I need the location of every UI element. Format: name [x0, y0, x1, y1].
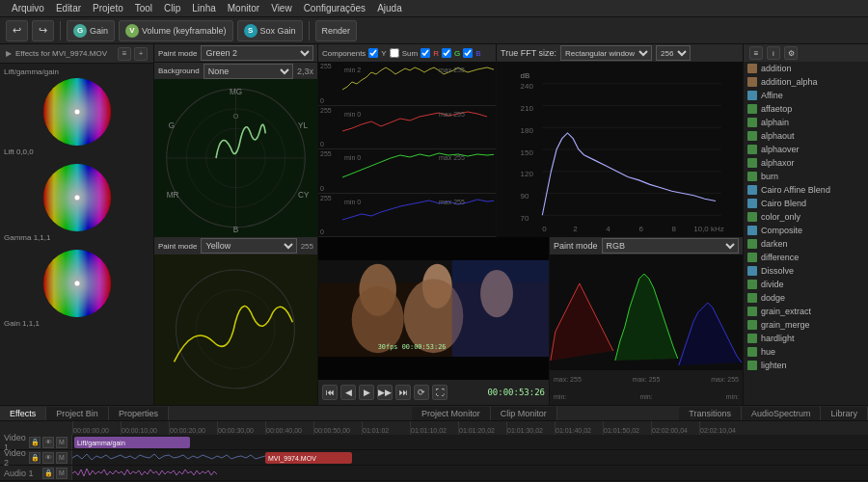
blend-item-affaetop[interactable]: affaetop: [744, 102, 868, 116]
blend-item-darken[interactable]: darken: [744, 237, 868, 251]
gamma-wheel[interactable]: [43, 164, 111, 231]
blend-item-cairo-affine-blend[interactable]: Cairo Affine Blend: [744, 183, 868, 197]
r-check[interactable]: [420, 48, 430, 58]
blend-item-difference[interactable]: difference: [744, 251, 868, 264]
timeline: 00:00:00,00 00:00:10,00 00:00:20,00 00:0…: [0, 420, 868, 482]
svg-point-7: [74, 195, 80, 201]
blend-item-dissolve[interactable]: Dissolve: [744, 264, 868, 278]
track-v2-eye[interactable]: 👁: [42, 452, 54, 464]
panel-expand-btn[interactable]: +: [134, 47, 148, 61]
y-check[interactable]: [368, 48, 378, 58]
rgb-min-b: min:: [726, 393, 739, 400]
lift-wheel[interactable]: [43, 78, 111, 146]
b-check[interactable]: [463, 48, 473, 58]
menu-ajuda[interactable]: Ajuda: [371, 3, 408, 13]
blend-info-btn[interactable]: i: [767, 46, 780, 60]
track-v1-content[interactable]: Lift/gamma/gain: [72, 435, 868, 449]
blend-item-alphaover[interactable]: alphaover: [744, 143, 868, 156]
track-a1-mute[interactable]: M: [56, 468, 68, 479]
paint-mode-select[interactable]: Green 2: [201, 45, 313, 61]
track-v2-content[interactable]: MVI_9974.MOV: [72, 450, 868, 465]
blend-item-color_only[interactable]: color_only: [744, 210, 868, 224]
track-a1-lock[interactable]: 🔒: [42, 468, 54, 479]
blend-item-label: darken: [761, 239, 788, 249]
menu-linha[interactable]: Linha: [186, 3, 221, 13]
blend-item-hue[interactable]: hue: [744, 345, 868, 359]
gain-wheel[interactable]: [43, 250, 111, 317]
blend-item-cairo-blend[interactable]: Cairo Blend: [744, 197, 868, 210]
monitor-project-tab[interactable]: Project Monitor: [412, 407, 491, 420]
blend-item-grain_extract[interactable]: grain_extract: [744, 305, 868, 318]
blend-item-alphaout[interactable]: alphaout: [744, 129, 868, 143]
blend-item-alphain[interactable]: alphain: [744, 116, 868, 129]
tab-library[interactable]: Library: [821, 407, 868, 420]
blend-item-grain_merge[interactable]: grain_merge: [744, 318, 868, 332]
blend-item-alphaxor[interactable]: alphaxor: [744, 156, 868, 170]
blend-settings-btn[interactable]: ⚙: [784, 46, 798, 60]
step-back-btn[interactable]: ◀: [340, 385, 356, 400]
render-button[interactable]: Render: [315, 20, 358, 41]
blend-color-swatch: [747, 199, 757, 208]
blend-item-divide[interactable]: divide: [744, 278, 868, 291]
tab-project-bin[interactable]: Project Bin: [46, 407, 109, 420]
menu-tool[interactable]: Tool: [129, 3, 158, 13]
tick-2: 00:00:20,00: [169, 421, 217, 435]
redo-button[interactable]: ↪: [32, 20, 54, 41]
blend-item-dodge[interactable]: dodge: [744, 291, 868, 305]
tick-8: 01:01:20,02: [458, 421, 506, 435]
step-fwd-btn[interactable]: ▶▶: [377, 385, 393, 400]
loop-btn[interactable]: ⟳: [414, 385, 429, 400]
clip-lift-gamma[interactable]: Lift/gamma/gain: [74, 437, 190, 448]
tab-effects[interactable]: Effects: [0, 407, 46, 420]
svg-point-3: [74, 109, 80, 115]
tick-9: 01:01:30,02: [506, 421, 555, 435]
sum-check[interactable]: [390, 48, 399, 58]
menu-editar[interactable]: Editar: [50, 3, 87, 13]
sox-button[interactable]: S Sox Gain: [237, 20, 303, 41]
full-screen-btn[interactable]: ⛶: [432, 385, 448, 400]
blend-menu-btn[interactable]: ≡: [749, 46, 763, 60]
track-v2-mute[interactable]: M: [56, 452, 68, 464]
track-v1-lock[interactable]: 🔒: [29, 437, 41, 448]
blend-item-affine[interactable]: Affine: [744, 89, 868, 102]
clip-mvi-9974[interactable]: MVI_9974.MOV: [265, 452, 352, 464]
rgb-mode-select[interactable]: RGB: [602, 238, 739, 254]
track-v1-mute[interactable]: M: [56, 437, 68, 448]
play-to-start-btn[interactable]: ⏮: [322, 385, 338, 400]
blend-item-burn[interactable]: burn: [744, 170, 868, 183]
paint-yellow-select[interactable]: Yellow: [201, 238, 296, 254]
background-select[interactable]: None: [203, 64, 293, 79]
panel-menu-btn[interactable]: ≡: [118, 47, 131, 61]
blend-item-lighten[interactable]: lighten: [744, 359, 868, 372]
tab-transitions[interactable]: Transitions: [679, 407, 742, 420]
track-v2-lock[interactable]: 🔒: [29, 452, 41, 464]
menu-view[interactable]: View: [265, 3, 298, 13]
fft-window-select[interactable]: Rectangular window: [560, 45, 652, 61]
svg-text:min 0: min 0: [344, 111, 361, 118]
svg-text:MR: MR: [167, 191, 179, 200]
effects-panel: ▶ Effects for MVI_9974.MOV ≡ + Lift/gamm…: [0, 44, 154, 405]
blend-item-composite[interactable]: Composite: [744, 224, 868, 237]
undo-button[interactable]: ↩: [6, 20, 28, 41]
menu-projeto[interactable]: Projeto: [87, 3, 129, 13]
tab-properties[interactable]: Properties: [109, 407, 169, 420]
track-v1-eye[interactable]: 👁: [42, 437, 54, 448]
menu-configuracoes[interactable]: Configurações: [298, 3, 371, 13]
track-a1-content[interactable]: [72, 466, 868, 480]
blend-item-addition[interactable]: addition: [744, 62, 868, 75]
tick-13: 02:02:10,04: [699, 421, 747, 435]
volume-button[interactable]: V Volume (keyframable): [119, 20, 233, 41]
tab-audio-spectrum[interactable]: AudioSpectrum: [742, 407, 822, 420]
center-panel: Paint mode Green 2 Background None 2,3x: [154, 44, 743, 405]
menu-arquivo[interactable]: Arquivo: [6, 3, 50, 13]
gain-button[interactable]: G Gain: [67, 20, 115, 41]
g-check[interactable]: [442, 48, 451, 58]
play-to-end-btn[interactable]: ⏭: [395, 385, 411, 400]
menu-clip[interactable]: Clip: [158, 3, 186, 13]
monitor-clip-tab[interactable]: Clip Monitor: [491, 407, 557, 420]
blend-item-hardlight[interactable]: hardlight: [744, 332, 868, 345]
blend-item-addition_alpha[interactable]: addition_alpha: [744, 75, 868, 89]
play-btn[interactable]: ▶: [359, 385, 374, 400]
fft-size-select[interactable]: 256: [656, 45, 691, 61]
menu-monitor[interactable]: Monitor: [222, 3, 265, 13]
